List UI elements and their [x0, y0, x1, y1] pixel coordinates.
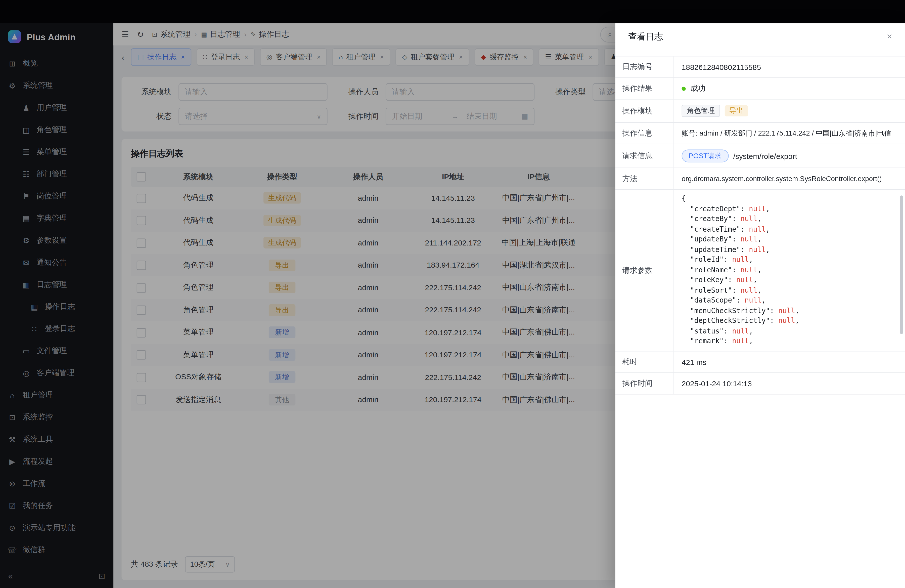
detail-value-result: 成功 — [673, 78, 905, 99]
detail-row-duration: 耗时 421 ms — [615, 351, 905, 373]
detail-label: 操作时间 — [615, 373, 673, 394]
view-log-drawer: 查看日志 × 日志编号 1882612840802115585 操作结果 成功 … — [615, 23, 905, 588]
detail-value-request: POST请求 /system/role/export — [673, 145, 905, 168]
detail-value-info: 账号: admin / 研发部门 / 222.175.114.242 / 中国|… — [673, 123, 905, 144]
status-text: 成功 — [690, 83, 705, 94]
post-method-tag: POST请求 — [682, 149, 729, 162]
detail-row-request: 请求信息 POST请求 /system/role/export — [615, 145, 905, 168]
drawer-title: 查看日志 — [628, 31, 663, 42]
detail-label: 方法 — [615, 168, 673, 189]
request-url: /system/role/export — [733, 152, 797, 161]
detail-row-result: 操作结果 成功 — [615, 78, 905, 100]
log-detail-table: 日志编号 1882612840802115585 操作结果 成功 操作模块 角色… — [615, 56, 905, 394]
detail-row-method: 方法 org.dromara.system.controller.system.… — [615, 168, 905, 190]
detail-value-params: { "createDept": null, "createBy": null, … — [673, 190, 905, 351]
detail-label: 操作结果 — [615, 78, 673, 99]
detail-row-time: 操作时间 2025-01-24 10:14:13 — [615, 373, 905, 394]
detail-label: 请求信息 — [615, 145, 673, 168]
detail-value-module: 角色管理 导出 — [673, 100, 905, 122]
status-success-dot — [682, 86, 686, 91]
detail-label: 日志编号 — [615, 56, 673, 77]
detail-value-method: org.dromara.system.controller.system.Sys… — [673, 168, 905, 189]
detail-row-log-id: 日志编号 1882612840802115585 — [615, 56, 905, 78]
close-icon[interactable]: × — [887, 32, 892, 42]
detail-value-duration: 421 ms — [673, 351, 905, 372]
detail-label: 操作信息 — [615, 123, 673, 144]
module-tag: 角色管理 — [682, 105, 720, 117]
detail-value-log-id: 1882612840802115585 — [673, 56, 905, 77]
request-params-code[interactable]: { "createDept": null, "createBy": null, … — [673, 190, 905, 351]
app-stage: Plus Admin ⊞ 概览 ⚙ 系统管理 ♟ 用户管理 — [0, 0, 905, 588]
action-tag: 导出 — [725, 105, 748, 116]
detail-value-time: 2025-01-24 10:14:13 — [673, 373, 905, 394]
detail-row-params: 请求参数 { "createDept": null, "createBy": n… — [615, 190, 905, 351]
detail-row-module: 操作模块 角色管理 导出 — [615, 100, 905, 123]
detail-label: 操作模块 — [615, 100, 673, 122]
detail-label: 请求参数 — [615, 190, 673, 351]
detail-row-info: 操作信息 账号: admin / 研发部门 / 222.175.114.242 … — [615, 123, 905, 145]
drawer-header: 查看日志 × — [615, 23, 905, 50]
detail-label: 耗时 — [615, 351, 673, 372]
scrollbar-thumb[interactable] — [900, 195, 903, 334]
